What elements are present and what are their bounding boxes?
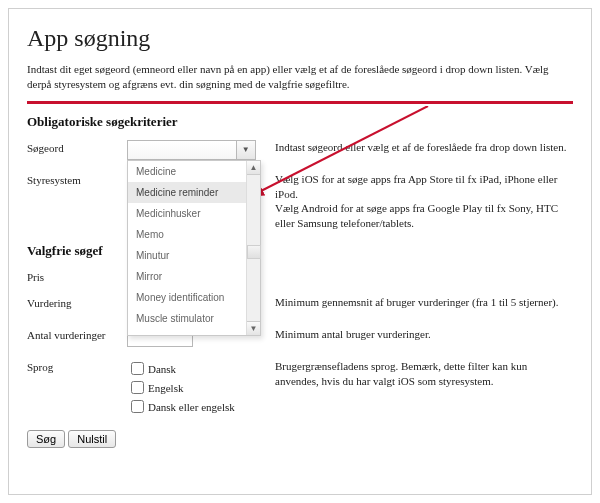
reviewcount-help: Minimum antal bruger vurderinger.	[267, 327, 573, 342]
section-optional: Valgfrie søgef	[27, 243, 573, 259]
rating-label: Vurdering	[27, 295, 127, 309]
language-checkbox[interactable]	[131, 381, 144, 394]
os-help: Vælg iOS for at søge apps fra App Store …	[267, 172, 573, 231]
language-option[interactable]: Dansk	[127, 359, 267, 378]
keyword-option[interactable]: Minutur	[128, 245, 260, 266]
language-option[interactable]: Engelsk	[127, 378, 267, 397]
language-label: Sprog	[27, 359, 127, 373]
rating-help: Minimum gennemsnit af bruger vurderinger…	[267, 295, 573, 310]
keyword-combo[interactable]: ▼ MedicineMedicine reminderMedicinhusker…	[127, 140, 256, 160]
search-button[interactable]: Søg	[27, 430, 65, 448]
reset-button[interactable]: Nulstil	[68, 430, 116, 448]
search-form: App søgning Indtast dit eget søgeord (em…	[8, 8, 592, 495]
keyword-help: Indtast søgeord eller vælg et af de fore…	[267, 140, 573, 155]
keyword-dropdown[interactable]: MedicineMedicine reminderMedicinhuskerMe…	[127, 160, 261, 336]
keyword-option[interactable]: Medicine	[128, 161, 260, 182]
scroll-up-button[interactable]: ▲	[247, 161, 260, 175]
language-checkbox[interactable]	[131, 362, 144, 375]
keyword-input[interactable]	[127, 140, 237, 160]
language-option[interactable]: Dansk eller engelsk	[127, 397, 267, 416]
keyword-option[interactable]: Medicine reminder	[128, 182, 260, 203]
language-checkboxes: DanskEngelskDansk eller engelsk	[127, 359, 267, 416]
keyword-dropdown-toggle[interactable]: ▼	[236, 140, 256, 160]
keyword-option[interactable]	[128, 329, 260, 335]
keyword-option[interactable]: Money identification	[128, 287, 260, 308]
price-label: Pris	[27, 269, 127, 283]
reviewcount-label: Antal vurderinger	[27, 327, 127, 341]
language-help: Brugergrænsefladens sprog. Bemærk, dette…	[267, 359, 573, 389]
scroll-thumb[interactable]	[247, 245, 261, 259]
keyword-option[interactable]: Memo	[128, 224, 260, 245]
keyword-option[interactable]: Muscle stimulator	[128, 308, 260, 329]
divider	[27, 101, 573, 104]
dropdown-scrollbar[interactable]: ▲ ▼	[246, 161, 260, 335]
chevron-down-icon: ▼	[242, 145, 250, 154]
keyword-option[interactable]: Medicinhusker	[128, 203, 260, 224]
section-required: Obligatoriske søgekriterier	[27, 114, 573, 130]
page-title: App søgning	[27, 25, 573, 52]
scroll-down-button[interactable]: ▼	[247, 321, 260, 335]
keyword-label: Søgeord	[27, 140, 127, 154]
language-checkbox[interactable]	[131, 400, 144, 413]
keyword-option[interactable]: Mirror	[128, 266, 260, 287]
intro-text: Indtast dit eget søgeord (emneord eller …	[27, 62, 573, 93]
os-label: Styresystem	[27, 172, 127, 186]
